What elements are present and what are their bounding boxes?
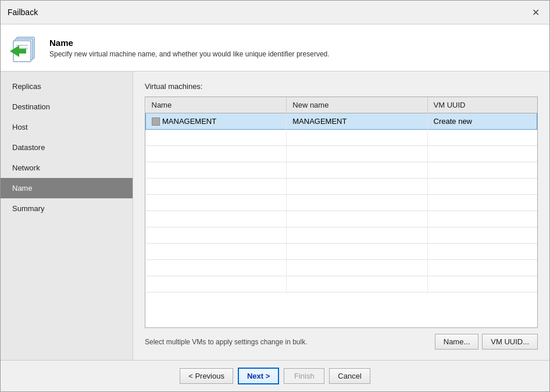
vm-uuid-button[interactable]: VM UUID... [482,334,538,350]
sidebar-item-summary[interactable]: Summary [1,198,133,219]
sidebar-item-replicas[interactable]: Replicas [1,76,133,97]
sidebar-item-name[interactable]: Name [1,178,133,198]
table-row-empty-7 [146,227,537,244]
title-bar-left: Failback [8,8,38,17]
sidebar: Replicas Destination Host Datastore Netw… [1,72,133,360]
content-area: Replicas Destination Host Datastore Netw… [1,72,549,360]
bulk-buttons: Name... VM UUID... [435,334,538,350]
previous-button[interactable]: < Previous [180,368,233,384]
vm-section-label: Virtual machines: [145,82,538,91]
finish-button[interactable]: Finish [284,368,324,384]
col-header-newname: New name [287,97,427,113]
sidebar-item-destination[interactable]: Destination [1,97,133,117]
table-header-row: Name New name VM UUID [146,97,537,113]
vm-icon [152,117,160,126]
main-content: Virtual machines: Name New name VM UUID [133,72,549,360]
cell-vmuuid: Create new [427,113,537,130]
table-row-empty-6 [146,211,537,227]
sidebar-item-datastore[interactable]: Datastore [1,137,133,158]
table-row-empty-8 [146,244,537,260]
title-bar: Failback ✕ [1,1,549,24]
header-section: Name Specify new virtual machine name, a… [1,24,549,72]
header-description: Specify new virtual machine name, and wh… [49,50,330,58]
col-header-vmuuid: VM UUID [427,97,537,113]
table-row-empty-3 [146,162,537,179]
col-header-name: Name [146,97,287,113]
vm-table-container: Name New name VM UUID MANAGEMENT [145,97,538,328]
table-row-empty-10 [146,276,537,293]
header-text: Name Specify new virtual machine name, a… [49,38,330,58]
bulk-label: Select multiple VMs to apply settings ch… [145,338,307,346]
table-row-empty-1 [146,130,537,146]
table-row-empty-2 [146,146,537,162]
table-row-empty-9 [146,260,537,276]
bulk-actions: Select multiple VMs to apply settings ch… [145,334,538,350]
table-body: MANAGEMENT Create new [146,113,537,293]
cancel-button[interactable]: Cancel [329,368,370,384]
next-button[interactable]: Next > [238,368,279,384]
failback-icon [10,33,40,63]
sidebar-item-network[interactable]: Network [1,158,133,178]
failback-dialog: Failback ✕ Name Specify new virtual mach… [0,0,550,392]
vm-table: Name New name VM UUID MANAGEMENT [145,97,537,293]
header-title: Name [49,38,330,48]
cell-name: MANAGEMENT [146,113,287,130]
dialog-title: Failback [8,8,38,17]
name-button[interactable]: Name... [435,334,479,350]
table-row[interactable]: MANAGEMENT Create new [146,113,537,130]
header-icon [10,33,40,63]
table-row-empty-4 [146,179,537,195]
new-name-input[interactable] [292,117,421,126]
cell-newname[interactable] [287,113,427,130]
footer: < Previous Next > Finish Cancel [1,360,549,391]
table-row-empty-5 [146,195,537,211]
close-button[interactable]: ✕ [528,5,542,19]
sidebar-item-host[interactable]: Host [1,117,133,137]
